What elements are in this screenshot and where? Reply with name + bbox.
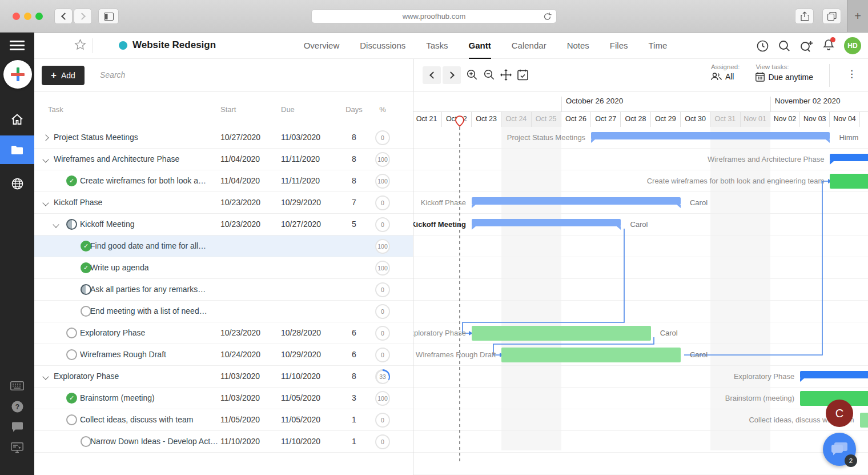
search-icon[interactable] bbox=[778, 40, 790, 52]
table-row[interactable]: Exploratory Phase10/23/202010/28/202060 bbox=[34, 322, 413, 344]
tab-overview[interactable]: Overview bbox=[304, 33, 340, 59]
table-row[interactable]: Kickoff Phase10/23/202010/29/202070 bbox=[34, 192, 413, 214]
gantt-bar-label: Brainstorm (meeting) bbox=[725, 394, 794, 402]
table-row[interactable]: ✓Write up agenda100 bbox=[34, 257, 413, 279]
task-status-icon[interactable]: ✓ bbox=[66, 175, 77, 186]
chevron-left-icon bbox=[429, 71, 437, 79]
task-status-icon[interactable] bbox=[66, 414, 77, 425]
tab-files[interactable]: Files bbox=[610, 33, 628, 59]
browser-sidebar-toggle[interactable] bbox=[98, 9, 119, 24]
go-to-today-icon[interactable] bbox=[517, 69, 528, 81]
task-status-icon[interactable] bbox=[66, 349, 77, 360]
chat-agent-avatar[interactable]: C bbox=[826, 400, 853, 427]
chat-widget-button[interactable]: 2 bbox=[823, 433, 856, 466]
gantt-next-button[interactable] bbox=[443, 66, 461, 84]
table-row[interactable]: Ask all parties for any remarks…0 bbox=[34, 279, 413, 301]
percent-value: 0 bbox=[375, 304, 390, 319]
row-chevron-icon[interactable] bbox=[42, 373, 49, 380]
task-start: 10/27/2020 bbox=[220, 133, 260, 142]
row-chevron-icon[interactable] bbox=[42, 156, 49, 162]
menu-icon[interactable] bbox=[10, 41, 25, 53]
search-input[interactable] bbox=[100, 66, 271, 83]
add-button[interactable]: + Add bbox=[42, 66, 85, 85]
zoom-in-icon[interactable] bbox=[467, 69, 478, 81]
task-status-icon[interactable] bbox=[66, 219, 77, 230]
browser-back-button[interactable] bbox=[54, 9, 73, 24]
task-name: Wireframes Rough Draft bbox=[80, 350, 166, 359]
gantt-bar[interactable] bbox=[800, 371, 868, 378]
task-status-icon[interactable] bbox=[66, 328, 77, 338]
row-chevron-icon[interactable] bbox=[42, 199, 49, 206]
table-row[interactable]: End meeting with a list of need…0 bbox=[34, 301, 413, 322]
reload-icon[interactable] bbox=[543, 12, 552, 21]
window-zoom-button[interactable] bbox=[35, 13, 43, 20]
gantt-bar[interactable] bbox=[501, 348, 681, 362]
browser-tabs-button[interactable] bbox=[822, 9, 841, 24]
star-icon[interactable] bbox=[74, 39, 86, 50]
percent-badge: 100 bbox=[375, 152, 390, 167]
table-row[interactable]: Project Status Meetings10/27/202011/03/2… bbox=[34, 127, 413, 149]
gantt-bar[interactable] bbox=[472, 219, 621, 226]
quick-add-button[interactable] bbox=[3, 60, 32, 89]
view-tasks-filter[interactable]: View tasks: Due anytime bbox=[756, 63, 813, 82]
row-chevron-icon[interactable] bbox=[42, 134, 49, 141]
table-row[interactable]: Collect ideas, discuss with team11/05/20… bbox=[34, 409, 413, 431]
tab-gantt[interactable]: Gantt bbox=[469, 33, 491, 59]
gantt-bar[interactable] bbox=[472, 326, 651, 341]
timer-icon[interactable] bbox=[757, 40, 769, 52]
add-user-icon[interactable] bbox=[800, 40, 813, 52]
task-name: Collect ideas, discuss with team bbox=[80, 415, 193, 424]
gantt-bar[interactable] bbox=[472, 197, 681, 205]
tab-time[interactable]: Time bbox=[649, 33, 668, 59]
task-name: Wireframes and Architecture Phase bbox=[54, 154, 179, 163]
sidebar-item-global[interactable] bbox=[0, 171, 34, 196]
tab-notes[interactable]: Notes bbox=[567, 33, 589, 59]
gantt-bar-label: Wireframes Rough Draft bbox=[416, 350, 496, 359]
address-bar[interactable]: www.proofhub.com bbox=[311, 9, 557, 23]
assigned-filter[interactable]: Assigned: All bbox=[711, 63, 740, 81]
tab-discussions[interactable]: Discussions bbox=[360, 33, 405, 59]
tab-calendar[interactable]: Calendar bbox=[512, 33, 546, 59]
browser-forward-button[interactable] bbox=[74, 9, 92, 24]
table-row[interactable]: Wireframes Rough Draft10/24/202010/29/20… bbox=[34, 344, 413, 366]
avatar[interactable]: HD bbox=[844, 37, 861, 54]
gantt-bar[interactable] bbox=[591, 132, 830, 139]
table-row[interactable]: Wireframes and Architecture Phase11/04/2… bbox=[34, 149, 413, 170]
new-tab-button[interactable]: + bbox=[847, 0, 868, 32]
gantt-prev-button[interactable] bbox=[423, 66, 441, 84]
gantt-bar[interactable] bbox=[860, 413, 868, 428]
browser-share-button[interactable] bbox=[795, 9, 814, 24]
task-name: Narrow Down Ideas - Develop Act… bbox=[90, 437, 218, 446]
gantt-bar[interactable] bbox=[830, 154, 868, 161]
table-row[interactable]: Narrow Down Ideas - Develop Act…11/10/20… bbox=[34, 431, 413, 453]
table-row[interactable]: ✓Find good date and time for all…100 bbox=[34, 235, 413, 257]
more-options-button[interactable]: ⋮ bbox=[846, 63, 860, 80]
task-status-icon[interactable]: ✓ bbox=[66, 393, 77, 404]
sidebar-item-home[interactable] bbox=[0, 107, 34, 132]
gantt-bar-label: Wireframes and Architecture Phase bbox=[708, 155, 824, 163]
percent-badge: 0 bbox=[375, 413, 390, 428]
percent-badge: 33 bbox=[375, 369, 390, 384]
window-close-button[interactable] bbox=[13, 13, 20, 20]
column-header-pct: % bbox=[375, 105, 390, 114]
task-due: 11/10/2020 bbox=[281, 437, 320, 446]
pan-icon[interactable] bbox=[500, 69, 512, 81]
row-chevron-icon[interactable] bbox=[53, 221, 59, 227]
sidebar-toggle-icon bbox=[104, 13, 114, 21]
table-row[interactable]: ✓Create wireframes for both look a…11/04… bbox=[34, 170, 413, 192]
sidebar-item-tour[interactable] bbox=[0, 435, 34, 460]
day-header-cell: Oct 21 bbox=[413, 112, 442, 127]
today-pin-icon bbox=[455, 115, 465, 127]
globe-icon bbox=[11, 178, 23, 190]
tab-tasks[interactable]: Tasks bbox=[426, 33, 448, 59]
divider bbox=[413, 59, 414, 91]
day-header-cell: Nov 03 bbox=[800, 112, 830, 127]
gantt-bar[interactable] bbox=[830, 174, 868, 189]
table-row[interactable]: ✓Brainstorm (meeting)11/03/202011/05/202… bbox=[34, 388, 413, 409]
zoom-out-icon[interactable] bbox=[484, 69, 495, 81]
sidebar-item-projects[interactable] bbox=[0, 135, 34, 164]
window-minimize-button[interactable] bbox=[24, 13, 31, 20]
table-row[interactable]: Exploratory Phase11/03/202011/10/2020833 bbox=[34, 366, 413, 388]
notifications-button[interactable] bbox=[823, 39, 834, 53]
table-row[interactable]: Kickoff Meeting10/23/202010/27/202050 bbox=[34, 214, 413, 235]
